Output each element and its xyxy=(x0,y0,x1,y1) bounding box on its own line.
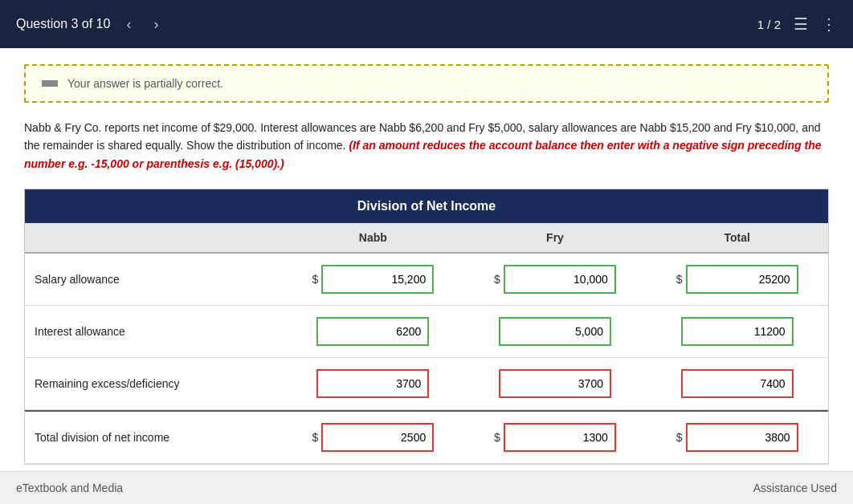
interest-total-input[interactable] xyxy=(681,317,794,346)
total-fry-cell: $ xyxy=(464,420,647,455)
total-nabb-cell: $ xyxy=(282,420,464,455)
salary-allowance-label: Salary allowance xyxy=(25,273,282,286)
total-label: Total division of net income xyxy=(25,431,282,444)
remaining-total-input[interactable] xyxy=(681,369,794,398)
problem-description: Nabb & Fry Co. reports net income of $29… xyxy=(24,119,829,173)
salary-fry-cell: $ xyxy=(464,262,647,297)
interest-fry-cell xyxy=(464,314,647,349)
total-fry-dollar: $ xyxy=(494,431,500,444)
minus-icon xyxy=(42,80,58,87)
salary-total-input[interactable] xyxy=(686,265,798,294)
net-income-table: Division of Net Income Nabb Fry Total Sa… xyxy=(24,189,829,465)
footer-left: eTextbook and Media xyxy=(16,482,123,494)
remaining-nabb-cell xyxy=(282,366,464,401)
question-header: Question 3 of 10 ‹ › xyxy=(16,13,165,36)
banner-text: Your answer is partially correct. xyxy=(67,77,223,90)
salary-total-cell: $ xyxy=(646,262,828,297)
total-nabb-dollar: $ xyxy=(312,431,318,444)
remaining-fry-input[interactable] xyxy=(499,369,611,398)
top-bar-right: 1 / 2 ☰ ⋮ xyxy=(757,14,837,34)
col-header-nabb: Nabb xyxy=(282,223,464,252)
table-title: Division of Net Income xyxy=(25,189,828,223)
list-icon-button[interactable]: ☰ xyxy=(794,14,808,34)
more-options-button[interactable]: ⋮ xyxy=(821,14,837,34)
total-row: Total division of net income $ $ $ xyxy=(25,410,828,464)
col-header-total: Total xyxy=(646,223,828,252)
interest-allowance-label: Interest allowance xyxy=(25,325,282,338)
pagination-label: 1 / 2 xyxy=(757,18,781,31)
interest-nabb-cell xyxy=(282,314,464,349)
remaining-label: Remaining excess/deficiency xyxy=(25,377,282,390)
interest-nabb-input[interactable] xyxy=(316,317,429,346)
col-header-fry: Fry xyxy=(464,223,647,252)
top-navigation-bar: Question 3 of 10 ‹ › 1 / 2 ☰ ⋮ xyxy=(0,0,853,48)
interest-allowance-row: Interest allowance xyxy=(25,306,828,358)
remaining-fry-cell xyxy=(464,366,647,401)
prev-question-button[interactable]: ‹ xyxy=(120,13,137,36)
main-content: Your answer is partially correct. Nabb &… xyxy=(0,48,853,497)
partial-correct-banner: Your answer is partially correct. xyxy=(24,64,829,103)
question-title: Question 3 of 10 xyxy=(16,17,110,31)
salary-nabb-dollar: $ xyxy=(312,273,318,286)
column-headers: Nabb Fry Total xyxy=(25,223,828,254)
salary-fry-input[interactable] xyxy=(504,265,616,294)
total-nabb-input[interactable] xyxy=(321,423,434,452)
total-total-dollar: $ xyxy=(676,431,683,444)
footer-bar: eTextbook and Media Assistance Used xyxy=(0,471,853,504)
next-question-button[interactable]: › xyxy=(147,13,165,36)
remaining-total-cell xyxy=(646,366,828,401)
total-total-input[interactable] xyxy=(686,423,798,452)
salary-nabb-cell: $ xyxy=(282,262,464,297)
remaining-nabb-input[interactable] xyxy=(316,369,429,398)
interest-fry-input[interactable] xyxy=(499,317,611,346)
salary-total-dollar: $ xyxy=(676,273,683,286)
total-total-cell: $ xyxy=(646,420,828,455)
salary-nabb-input[interactable] xyxy=(321,265,434,294)
footer-right: Assistance Used xyxy=(753,482,837,494)
total-fry-input[interactable] xyxy=(504,423,616,452)
col-header-empty xyxy=(25,223,282,252)
remaining-row: Remaining excess/deficiency xyxy=(25,358,828,410)
salary-fry-dollar: $ xyxy=(494,273,500,286)
salary-allowance-row: Salary allowance $ $ $ xyxy=(25,254,828,306)
interest-total-cell xyxy=(646,314,828,349)
